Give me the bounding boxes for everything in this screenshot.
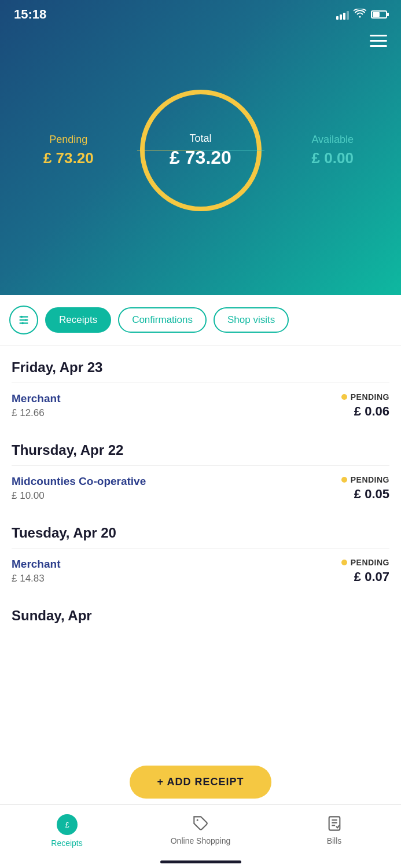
merchant-name: Merchant [12, 392, 60, 405]
wifi-icon [354, 9, 366, 21]
merchant-name: Midcounties Co-operative [12, 475, 146, 488]
svg-point-4 [25, 319, 27, 321]
total-balance-circle: Total £ 73.20 [137, 87, 264, 214]
filter-icon [17, 314, 30, 326]
svg-text:£: £ [65, 821, 69, 829]
date-text-sunday: Sunday, Apr [12, 608, 92, 623]
tabs-section: Receipts Confirmations Shop visits [0, 295, 401, 345]
pending-balance: Pending £ 73.20 [0, 134, 137, 167]
pending-label: Pending [0, 134, 137, 146]
status-badge: PENDING [341, 392, 389, 402]
cashback-amount: £ 0.05 [341, 487, 389, 502]
date-text-thursday: Thursday, Apr 22 [12, 442, 123, 458]
available-amount: £ 0.00 [264, 149, 402, 167]
cashback-amount: £ 0.07 [341, 569, 389, 584]
total-amount: £ 73.20 [170, 147, 231, 168]
status-dot-icon [341, 560, 347, 565]
add-receipt-container: + ADD RECEIPT [130, 766, 272, 799]
home-indicator [160, 860, 241, 863]
svg-point-5 [21, 322, 24, 325]
status-dot-icon [341, 394, 347, 400]
table-row[interactable]: Merchant £ 12.66 PENDING £ 0.06 [12, 382, 389, 428]
table-row[interactable]: Merchant £ 14.83 PENDING £ 0.07 [12, 548, 389, 594]
status-bar: 15:18 [0, 0, 401, 29]
svg-point-3 [21, 316, 23, 318]
nav-item-receipts[interactable]: £ Receipts [0, 814, 134, 848]
date-text-friday: Friday, Apr 23 [12, 359, 102, 375]
total-label: Total [189, 133, 211, 145]
available-label: Available [264, 134, 402, 146]
tab-confirmations[interactable]: Confirmations [118, 307, 207, 333]
cashback-amount: £ 0.06 [341, 404, 389, 419]
hamburger-button[interactable] [370, 35, 387, 47]
status-badge: PENDING [341, 558, 389, 567]
battery-icon [371, 10, 387, 19]
filter-button[interactable] [9, 306, 38, 334]
bottom-navigation: £ Receipts Online Shopping Bills [0, 804, 401, 868]
balance-section: Pending £ 73.20 Total £ 73.20 Available … [0, 87, 401, 214]
status-time: 15:18 [14, 7, 46, 22]
available-balance: Available £ 0.00 [264, 134, 402, 167]
tab-shop-visits[interactable]: Shop visits [214, 307, 289, 333]
signal-icon [336, 9, 349, 20]
date-header-friday: Friday, Apr 23 [12, 345, 389, 382]
transaction-amount: £ 14.83 [12, 573, 60, 584]
nav-label-shopping: Online Shopping [171, 836, 231, 845]
nav-item-shopping[interactable]: Online Shopping [134, 814, 267, 845]
merchant-name: Merchant [12, 558, 60, 571]
pending-amount: £ 73.20 [0, 149, 137, 167]
header-section: Pending £ 73.20 Total £ 73.20 Available … [0, 0, 401, 295]
date-text-tuesday: Tuesday, Apr 20 [12, 525, 116, 540]
receipts-icon: £ [57, 814, 78, 835]
add-receipt-button[interactable]: + ADD RECEIPT [130, 766, 272, 799]
nav-item-bills[interactable]: Bills [267, 814, 401, 845]
content-area: Friday, Apr 23 Merchant £ 12.66 PENDING … [0, 345, 401, 706]
date-header-sunday: Sunday, Apr [12, 594, 389, 631]
status-dot-icon [341, 477, 347, 483]
status-icons [336, 9, 387, 21]
tab-receipts[interactable]: Receipts [45, 307, 111, 333]
status-badge: PENDING [341, 475, 389, 484]
date-header-thursday: Thursday, Apr 22 [12, 428, 389, 465]
svg-rect-9 [329, 816, 340, 830]
transaction-amount: £ 10.00 [12, 490, 146, 502]
shopping-icon [192, 814, 210, 833]
nav-label-receipts: Receipts [51, 838, 82, 848]
nav-label-bills: Bills [327, 836, 342, 845]
transaction-amount: £ 12.66 [12, 407, 60, 419]
table-row[interactable]: Midcounties Co-operative £ 10.00 PENDING… [12, 465, 389, 511]
bills-icon [325, 814, 344, 833]
date-header-tuesday: Tuesday, Apr 20 [12, 511, 389, 548]
